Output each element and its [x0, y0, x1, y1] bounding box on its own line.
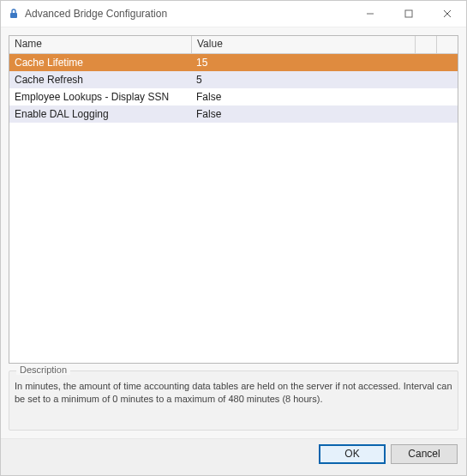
lock-icon [8, 8, 20, 20]
grid-cell-name: Cache Lifetime [9, 57, 191, 69]
window-title: Advanced Bridge Configuration [25, 8, 167, 20]
ok-button[interactable]: OK [319, 444, 386, 464]
grid-row[interactable]: Employee Lookups - Display SSNFalse [9, 88, 458, 105]
column-header-spacer [416, 36, 437, 53]
grid-row[interactable]: Cache Lifetime15 [9, 54, 458, 71]
grid-row[interactable]: Cache Refresh5 [9, 71, 458, 88]
grid-cell-name: Enable DAL Logging [9, 108, 191, 120]
svg-rect-2 [405, 10, 412, 17]
column-header-value[interactable]: Value [192, 36, 416, 53]
grid-body: Cache Lifetime15Cache Refresh5Employee L… [9, 54, 458, 363]
maximize-button[interactable] [389, 1, 428, 27]
grid-cell-value: False [191, 108, 458, 120]
description-legend: Description [16, 365, 70, 375]
column-header-spacer [437, 36, 458, 53]
close-button[interactable] [428, 1, 466, 27]
grid-cell-name: Cache Refresh [9, 74, 191, 86]
description-panel: Description In minutes, the amount of ti… [9, 371, 458, 431]
description-text: In minutes, the amount of time accountin… [15, 380, 452, 406]
grid-row[interactable]: Enable DAL LoggingFalse [9, 105, 458, 123]
title-bar: Advanced Bridge Configuration [1, 1, 466, 27]
grid-cell-name: Employee Lookups - Display SSN [9, 91, 191, 103]
button-bar: OK Cancel [1, 438, 466, 475]
grid-cell-value: False [191, 91, 458, 103]
grid-cell-value: 5 [191, 74, 458, 86]
cancel-button[interactable]: Cancel [391, 444, 458, 464]
grid-header: Name Value [9, 36, 458, 54]
content-panel: Name Value Cache Lifetime15Cache Refresh… [1, 27, 466, 438]
column-header-name[interactable]: Name [9, 36, 192, 53]
minimize-button[interactable] [350, 1, 389, 27]
svg-rect-0 [10, 13, 17, 18]
grid-cell-value: 15 [191, 57, 458, 69]
window-controls [350, 1, 466, 27]
settings-grid[interactable]: Name Value Cache Lifetime15Cache Refresh… [9, 35, 458, 364]
